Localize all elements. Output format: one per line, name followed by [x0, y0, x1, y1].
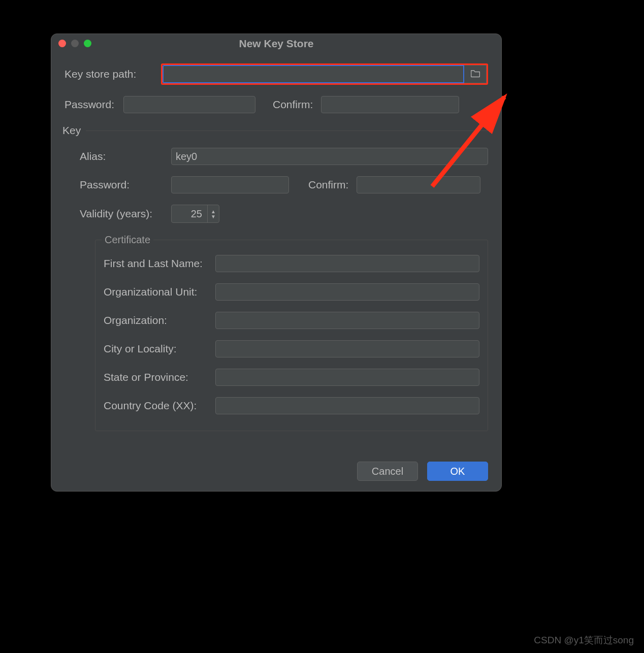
keystore-path-highlight	[161, 63, 488, 85]
keystore-password-input[interactable]	[123, 96, 255, 113]
folder-browse-button[interactable]	[464, 65, 487, 83]
validity-row: Validity (years): 25 ▲ ▼	[80, 205, 488, 223]
key-password-label: Password:	[80, 179, 171, 191]
org-row: Organization:	[104, 312, 479, 329]
country-row: Country Code (XX):	[104, 397, 479, 414]
zoom-window-button[interactable]	[84, 40, 91, 47]
key-password-input[interactable]	[171, 176, 289, 193]
state-row: State or Province:	[104, 369, 479, 386]
key-section-legend: Key	[62, 124, 86, 137]
org-unit-row: Organizational Unit:	[104, 283, 479, 301]
key-password-row: Password: Confirm:	[80, 176, 488, 193]
keystore-password-row: Password: Confirm:	[65, 96, 488, 113]
window-controls	[58, 40, 91, 47]
spinner-down-icon[interactable]: ▼	[211, 214, 216, 219]
keystore-path-input[interactable]	[163, 65, 464, 83]
alias-label: Alias:	[80, 150, 171, 162]
new-key-store-dialog: New Key Store Key store path: Password: …	[51, 34, 502, 492]
country-input[interactable]	[215, 397, 479, 414]
folder-icon	[470, 69, 480, 80]
alias-input[interactable]	[171, 148, 488, 165]
validity-value: 25	[181, 208, 202, 220]
keystore-path-label: Key store path:	[65, 68, 161, 80]
state-label: State or Province:	[104, 371, 215, 383]
titlebar: New Key Store	[51, 34, 501, 53]
validity-spinner[interactable]: 25 ▲ ▼	[171, 205, 219, 223]
validity-label: Validity (years):	[80, 208, 171, 220]
keystore-confirm-label: Confirm:	[273, 99, 313, 111]
spinner-arrows: ▲ ▼	[207, 205, 216, 222]
city-input[interactable]	[215, 340, 479, 357]
state-input[interactable]	[215, 369, 479, 386]
first-last-row: First and Last Name:	[104, 255, 479, 272]
keystore-path-row: Key store path:	[65, 63, 488, 85]
keystore-confirm-input[interactable]	[321, 96, 459, 113]
org-unit-label: Organizational Unit:	[104, 286, 215, 298]
cancel-button[interactable]: Cancel	[357, 462, 418, 481]
alias-row: Alias:	[80, 148, 488, 165]
close-window-button[interactable]	[58, 40, 66, 47]
city-label: City or Locality:	[104, 343, 215, 355]
org-unit-input[interactable]	[215, 283, 479, 301]
org-input[interactable]	[215, 312, 479, 329]
country-label: Country Code (XX):	[104, 400, 215, 412]
key-confirm-input[interactable]	[357, 176, 480, 193]
dialog-title: New Key Store	[51, 38, 501, 50]
city-row: City or Locality:	[104, 340, 479, 357]
first-last-label: First and Last Name:	[104, 257, 215, 270]
ok-button[interactable]: OK	[427, 462, 488, 481]
org-label: Organization:	[104, 314, 215, 326]
watermark: CSDN @y1笑而过song	[534, 634, 634, 647]
dialog-footer: Cancel OK	[357, 462, 488, 481]
spinner-up-icon[interactable]: ▲	[211, 209, 216, 214]
keystore-password-label: Password:	[65, 99, 123, 111]
minimize-window-button[interactable]	[71, 40, 79, 47]
certificate-section: Certificate First and Last Name: Organiz…	[95, 234, 488, 431]
certificate-legend: Certificate	[102, 234, 153, 246]
dialog-body: Key store path: Password: Confirm: Key A…	[51, 53, 501, 441]
first-last-input[interactable]	[215, 255, 479, 272]
key-confirm-label: Confirm:	[308, 179, 348, 191]
key-section: Key Alias: Password: Confirm: Validity (…	[65, 124, 488, 431]
